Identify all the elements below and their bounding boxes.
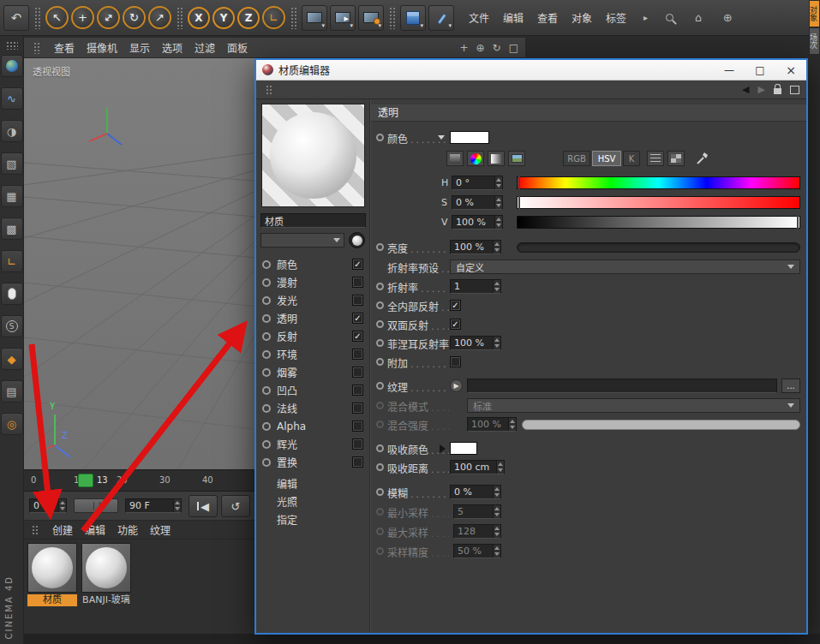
history-back-icon[interactable]: ◀	[742, 85, 749, 94]
texture-load-button[interactable]	[446, 151, 464, 166]
array-icon[interactable]: ▦	[1, 185, 23, 207]
channel-dot-icon[interactable]	[262, 368, 271, 377]
dialog-titlebar[interactable]: 材质编辑器 — □ ×	[256, 60, 806, 80]
channel-checkbox[interactable]: ✓	[352, 259, 363, 270]
spinner[interactable]	[173, 499, 181, 512]
frame-end-field[interactable]: 90 F	[125, 498, 182, 513]
lattice-icon[interactable]: ▩	[1, 218, 23, 240]
material-preview[interactable]	[261, 104, 365, 207]
anim-dot-icon[interactable]	[376, 488, 384, 496]
material-name-field[interactable]: 材质	[260, 213, 366, 228]
panel-tab[interactable]: 场次	[809, 27, 820, 55]
channel-label[interactable]: 透明	[277, 311, 352, 325]
viewport-menu-item[interactable]: 选项	[162, 40, 183, 55]
pen-button[interactable]: ▾	[428, 5, 454, 31]
playhead[interactable]	[78, 474, 93, 487]
viewport-menu-item[interactable]: 摄像机	[87, 40, 117, 55]
lock-icon[interactable]	[774, 88, 781, 94]
render-picture-button[interactable]: ▶▾	[330, 5, 356, 31]
channel-dot-icon[interactable]	[262, 332, 271, 341]
channel-row[interactable]: 颜色 ✓	[256, 255, 369, 273]
cube-tool-icon[interactable]: ▧	[1, 152, 23, 175]
float-window-icon[interactable]	[790, 86, 799, 94]
minimize-button[interactable]: —	[714, 60, 745, 80]
channel-checkbox[interactable]: ✓	[352, 313, 363, 324]
channel-row[interactable]: 反射 ✓	[256, 327, 369, 345]
material-thumbnail[interactable]	[27, 543, 77, 593]
channel-checkbox[interactable]: ✓	[352, 331, 363, 342]
absorption-color-swatch[interactable]	[450, 442, 477, 455]
channel-label[interactable]: 发光	[277, 293, 352, 307]
axis-lock-button[interactable]: X	[188, 7, 210, 29]
channel-checkbox[interactable]	[352, 456, 363, 468]
swatches-button[interactable]	[667, 151, 685, 166]
channel-checkbox[interactable]	[352, 349, 363, 360]
paint-icon[interactable]: ◆	[1, 348, 23, 370]
anim-dot-icon[interactable]	[376, 339, 384, 347]
rotate-view-icon[interactable]: ↻	[493, 42, 501, 54]
texture-field[interactable]	[467, 379, 777, 393]
spinner[interactable]	[58, 499, 66, 512]
brightness-field[interactable]: 100 %	[450, 240, 501, 254]
channel-label[interactable]: 反射	[277, 329, 352, 343]
channel-label[interactable]: 凹凸	[277, 383, 352, 397]
double-sided-checkbox[interactable]: ✓	[450, 319, 461, 330]
anim-dot-icon[interactable]	[376, 463, 384, 471]
move-tool[interactable]: +	[71, 6, 94, 29]
coordinate-system-button[interactable]: ∟	[262, 6, 285, 29]
value-field[interactable]: 100 %	[452, 215, 503, 230]
channel-row[interactable]: 凹凸	[256, 381, 369, 399]
maximize-button[interactable]: □	[745, 60, 775, 80]
menu-overflow-icon[interactable]: ▸	[643, 13, 648, 22]
toolbar-grip[interactable]	[34, 7, 40, 29]
channel-row[interactable]: 环境	[256, 345, 369, 363]
preview-shape-button[interactable]	[349, 232, 365, 248]
channel-row[interactable]: 辉光	[256, 435, 369, 453]
saturation-field[interactable]: 0 %	[452, 195, 503, 210]
channel-label[interactable]: 辉光	[277, 437, 352, 451]
toolbar-grip[interactable]	[266, 85, 272, 95]
channel-checkbox[interactable]	[352, 385, 363, 396]
channel-label[interactable]: 法线	[277, 401, 352, 415]
channel-row[interactable]: 透明 ✓	[256, 309, 369, 327]
channel-checkbox[interactable]	[352, 420, 363, 432]
channel-label[interactable]: 置换	[277, 455, 352, 469]
channel-label[interactable]: 颜色	[277, 257, 352, 271]
toggle-view-icon[interactable]: □	[509, 42, 518, 54]
anim-dot-icon[interactable]	[376, 301, 384, 309]
brightness-slider[interactable]	[517, 242, 800, 253]
anim-dot-icon[interactable]	[376, 444, 384, 452]
channel-checkbox[interactable]	[352, 367, 363, 378]
channel-dot-icon[interactable]	[262, 458, 271, 467]
preview-options-dropdown[interactable]	[260, 233, 344, 247]
value-gradient-bar[interactable]	[517, 216, 800, 229]
channel-label[interactable]: Alpha	[277, 420, 352, 432]
anim-dot-icon[interactable]	[376, 358, 384, 366]
blur-field[interactable]: 0 %	[450, 485, 501, 499]
hue-field[interactable]: 0 °	[452, 176, 503, 190]
ior-field[interactable]: 1	[450, 279, 501, 294]
texture-browse-button[interactable]: ...	[781, 379, 800, 393]
channel-label[interactable]: 烟雾	[277, 365, 352, 379]
anim-dot-icon[interactable]	[376, 320, 384, 328]
snap-icon[interactable]: S	[1, 315, 23, 337]
material-name-label[interactable]: BANJI-玻璃	[81, 594, 131, 606]
channel-dot-icon[interactable]	[262, 386, 271, 395]
hue-gradient-bar[interactable]	[517, 176, 800, 189]
add-cube-button[interactable]: ▾	[400, 5, 426, 31]
toolbar-grip[interactable]	[6, 41, 18, 50]
sliders-button[interactable]	[647, 151, 664, 166]
viewport-menu-item[interactable]: 显示	[129, 40, 150, 55]
channel-dot-icon[interactable]	[262, 440, 271, 449]
channel-action-item[interactable]: 编辑	[256, 476, 369, 494]
toolbar-grip[interactable]	[389, 7, 395, 29]
texture-lock-icon[interactable]: ▤	[1, 380, 23, 402]
absorption-distance-field[interactable]: 100 cm	[450, 460, 505, 474]
material-menu-item[interactable]: 编辑	[85, 522, 105, 537]
rgb-mode-button[interactable]: RGB	[563, 151, 590, 166]
play-reverse-button[interactable]: ↺	[221, 495, 250, 517]
channel-checkbox[interactable]	[352, 277, 363, 288]
ior-preset-dropdown[interactable]: 自定义	[450, 259, 800, 274]
goto-start-button[interactable]: ◀	[189, 495, 218, 517]
channel-checkbox[interactable]	[352, 295, 363, 306]
